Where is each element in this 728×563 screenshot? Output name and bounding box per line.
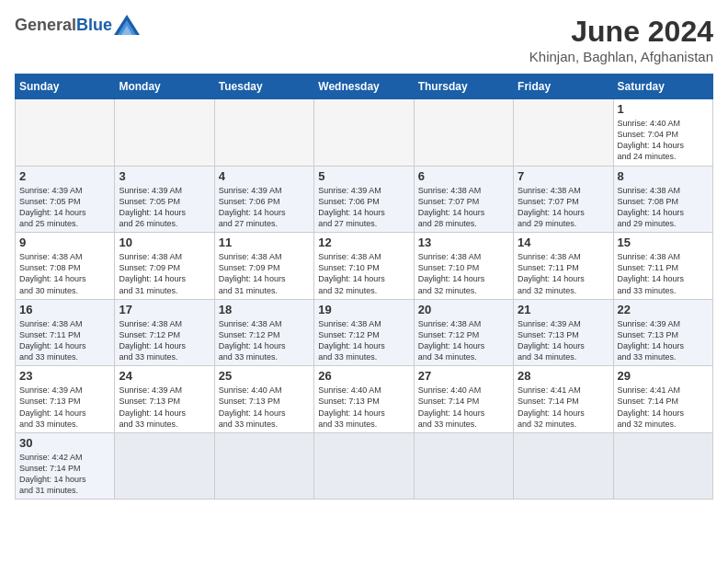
day-number: 30 xyxy=(19,436,110,450)
day-number: 8 xyxy=(618,169,709,183)
calendar-day-cell xyxy=(115,432,214,500)
calendar-day-cell xyxy=(414,99,513,167)
calendar-day-cell: 22Sunrise: 4:39 AM Sunset: 7:13 PM Dayli… xyxy=(613,299,712,366)
day-number: 5 xyxy=(318,169,409,183)
calendar-day-cell: 5Sunrise: 4:39 AM Sunset: 7:06 PM Daylig… xyxy=(314,166,414,233)
calendar-day-cell: 19Sunrise: 4:38 AM Sunset: 7:12 PM Dayli… xyxy=(314,299,414,366)
day-info: Sunrise: 4:38 AM Sunset: 7:11 PM Dayligh… xyxy=(618,251,709,296)
calendar-day-cell: 2Sunrise: 4:39 AM Sunset: 7:05 PM Daylig… xyxy=(16,166,115,233)
calendar-week-row: 30Sunrise: 4:42 AM Sunset: 7:14 PM Dayli… xyxy=(16,432,713,500)
day-number: 24 xyxy=(119,369,210,383)
calendar-day-cell: 17Sunrise: 4:38 AM Sunset: 7:12 PM Dayli… xyxy=(115,299,214,366)
calendar-day-cell: 10Sunrise: 4:38 AM Sunset: 7:09 PM Dayli… xyxy=(115,233,214,300)
calendar-day-cell: 7Sunrise: 4:38 AM Sunset: 7:07 PM Daylig… xyxy=(514,166,613,233)
day-info: Sunrise: 4:38 AM Sunset: 7:08 PM Dayligh… xyxy=(19,251,110,296)
day-number: 21 xyxy=(518,303,609,316)
day-number: 9 xyxy=(19,236,110,249)
day-info: Sunrise: 4:39 AM Sunset: 7:13 PM Dayligh… xyxy=(618,318,709,363)
calendar-day-cell xyxy=(314,99,414,167)
calendar-day-cell: 14Sunrise: 4:38 AM Sunset: 7:11 PM Dayli… xyxy=(514,233,613,300)
calendar-day-cell: 24Sunrise: 4:39 AM Sunset: 7:13 PM Dayli… xyxy=(115,366,214,433)
calendar-day-cell: 23Sunrise: 4:39 AM Sunset: 7:13 PM Dayli… xyxy=(16,366,115,433)
day-info: Sunrise: 4:40 AM Sunset: 7:13 PM Dayligh… xyxy=(318,385,409,430)
calendar-day-cell: 15Sunrise: 4:38 AM Sunset: 7:11 PM Dayli… xyxy=(613,233,712,300)
calendar-day-cell xyxy=(214,432,313,500)
day-number: 6 xyxy=(418,169,509,183)
day-info: Sunrise: 4:39 AM Sunset: 7:06 PM Dayligh… xyxy=(219,185,310,230)
day-info: Sunrise: 4:39 AM Sunset: 7:13 PM Dayligh… xyxy=(518,318,609,363)
day-number: 11 xyxy=(219,236,310,249)
calendar-day-cell: 12Sunrise: 4:38 AM Sunset: 7:10 PM Dayli… xyxy=(314,233,414,300)
day-info: Sunrise: 4:40 AM Sunset: 7:13 PM Dayligh… xyxy=(219,385,310,430)
day-info: Sunrise: 4:41 AM Sunset: 7:14 PM Dayligh… xyxy=(618,385,709,430)
calendar-week-row: 2Sunrise: 4:39 AM Sunset: 7:05 PM Daylig… xyxy=(16,166,713,233)
day-info: Sunrise: 4:38 AM Sunset: 7:08 PM Dayligh… xyxy=(618,185,709,230)
calendar-day-cell: 11Sunrise: 4:38 AM Sunset: 7:09 PM Dayli… xyxy=(214,233,313,300)
calendar-day-cell: 30Sunrise: 4:42 AM Sunset: 7:14 PM Dayli… xyxy=(16,432,115,500)
day-info: Sunrise: 4:40 AM Sunset: 7:04 PM Dayligh… xyxy=(618,118,709,163)
calendar-day-cell: 21Sunrise: 4:39 AM Sunset: 7:13 PM Dayli… xyxy=(514,299,613,366)
day-info: Sunrise: 4:38 AM Sunset: 7:11 PM Dayligh… xyxy=(19,318,110,363)
day-number: 1 xyxy=(618,102,709,116)
calendar-day-cell: 6Sunrise: 4:38 AM Sunset: 7:07 PM Daylig… xyxy=(414,166,513,233)
calendar-day-cell: 20Sunrise: 4:38 AM Sunset: 7:12 PM Dayli… xyxy=(414,299,513,366)
calendar-day-cell: 28Sunrise: 4:41 AM Sunset: 7:14 PM Dayli… xyxy=(514,366,613,433)
day-info: Sunrise: 4:38 AM Sunset: 7:12 PM Dayligh… xyxy=(119,318,210,363)
calendar-week-row: 23Sunrise: 4:39 AM Sunset: 7:13 PM Dayli… xyxy=(16,366,713,433)
day-info: Sunrise: 4:38 AM Sunset: 7:07 PM Dayligh… xyxy=(418,185,509,230)
day-info: Sunrise: 4:38 AM Sunset: 7:10 PM Dayligh… xyxy=(418,251,509,296)
day-number: 26 xyxy=(318,369,409,383)
calendar-day-cell xyxy=(314,432,414,500)
day-number: 4 xyxy=(219,169,310,183)
day-number: 18 xyxy=(219,303,310,316)
calendar-day-cell: 27Sunrise: 4:40 AM Sunset: 7:14 PM Dayli… xyxy=(414,366,513,433)
weekday-header-wednesday: Wednesday xyxy=(314,75,414,99)
calendar-day-cell: 3Sunrise: 4:39 AM Sunset: 7:05 PM Daylig… xyxy=(115,166,214,233)
logo-blue-text: Blue xyxy=(76,16,112,35)
day-info: Sunrise: 4:42 AM Sunset: 7:14 PM Dayligh… xyxy=(19,452,110,497)
day-number: 27 xyxy=(418,369,509,383)
day-info: Sunrise: 4:38 AM Sunset: 7:07 PM Dayligh… xyxy=(518,185,609,230)
day-number: 15 xyxy=(618,236,709,249)
day-info: Sunrise: 4:39 AM Sunset: 7:13 PM Dayligh… xyxy=(119,385,210,430)
calendar-day-cell xyxy=(16,99,115,167)
logo: GeneralBlue xyxy=(15,15,140,35)
weekday-header-thursday: Thursday xyxy=(414,75,513,99)
day-number: 10 xyxy=(119,236,210,249)
day-number: 14 xyxy=(518,236,609,249)
weekday-header-monday: Monday xyxy=(115,75,214,99)
day-info: Sunrise: 4:39 AM Sunset: 7:06 PM Dayligh… xyxy=(318,185,409,230)
calendar-day-cell xyxy=(514,432,613,500)
day-info: Sunrise: 4:38 AM Sunset: 7:09 PM Dayligh… xyxy=(119,251,210,296)
calendar-day-cell: 16Sunrise: 4:38 AM Sunset: 7:11 PM Dayli… xyxy=(16,299,115,366)
logo-icon xyxy=(114,15,140,35)
day-info: Sunrise: 4:38 AM Sunset: 7:11 PM Dayligh… xyxy=(518,251,609,296)
calendar-day-cell xyxy=(514,99,613,167)
day-number: 29 xyxy=(618,369,709,383)
calendar-week-row: 1Sunrise: 4:40 AM Sunset: 7:04 PM Daylig… xyxy=(16,99,713,167)
logo-general-text: General xyxy=(15,16,76,35)
day-info: Sunrise: 4:39 AM Sunset: 7:05 PM Dayligh… xyxy=(19,185,110,230)
day-number: 12 xyxy=(318,236,409,249)
calendar-day-cell: 29Sunrise: 4:41 AM Sunset: 7:14 PM Dayli… xyxy=(613,366,712,433)
day-number: 17 xyxy=(119,303,210,316)
day-number: 22 xyxy=(618,303,709,316)
weekday-header-saturday: Saturday xyxy=(613,75,712,99)
day-number: 7 xyxy=(518,169,609,183)
weekday-header-friday: Friday xyxy=(514,75,613,99)
day-info: Sunrise: 4:39 AM Sunset: 7:05 PM Dayligh… xyxy=(119,185,210,230)
day-number: 23 xyxy=(19,369,110,383)
day-info: Sunrise: 4:41 AM Sunset: 7:14 PM Dayligh… xyxy=(518,385,609,430)
calendar-day-cell xyxy=(414,432,513,500)
weekday-header-tuesday: Tuesday xyxy=(214,75,313,99)
calendar-day-cell: 9Sunrise: 4:38 AM Sunset: 7:08 PM Daylig… xyxy=(16,233,115,300)
calendar-day-cell xyxy=(115,99,214,167)
day-info: Sunrise: 4:39 AM Sunset: 7:13 PM Dayligh… xyxy=(19,385,110,430)
day-number: 16 xyxy=(19,303,110,316)
day-info: Sunrise: 4:38 AM Sunset: 7:12 PM Dayligh… xyxy=(418,318,509,363)
day-number: 2 xyxy=(19,169,110,183)
day-number: 3 xyxy=(119,169,210,183)
calendar-day-cell: 13Sunrise: 4:38 AM Sunset: 7:10 PM Dayli… xyxy=(414,233,513,300)
calendar-day-cell: 18Sunrise: 4:38 AM Sunset: 7:12 PM Dayli… xyxy=(214,299,313,366)
day-number: 25 xyxy=(219,369,310,383)
